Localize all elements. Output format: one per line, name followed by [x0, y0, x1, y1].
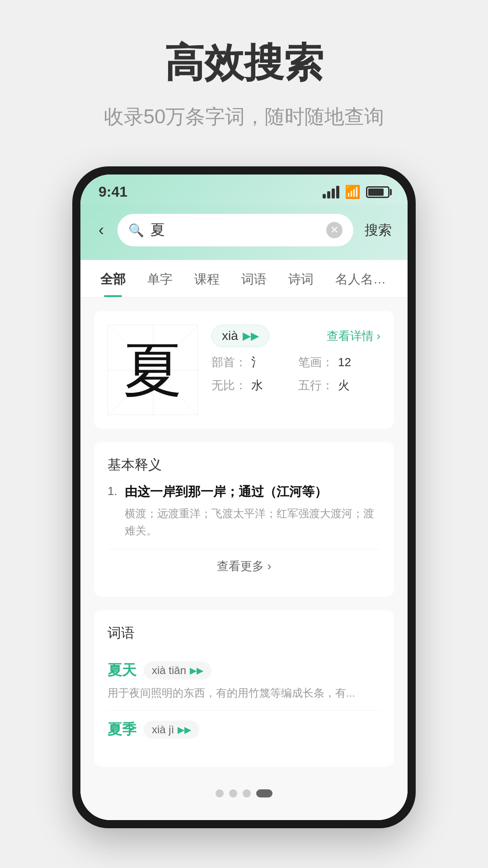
main-content: 夏 xià ▶▶ 查看详情 ›	[80, 297, 408, 820]
back-button[interactable]: ‹	[94, 216, 108, 244]
search-icon: 🔍	[128, 223, 144, 238]
meanings-section: 基本释义 1. 由这一岸到那一岸；通过（江河等） 横渡；远渡重洋；飞渡太平洋；红…	[94, 442, 394, 597]
big-character: 夏	[123, 340, 182, 399]
char-info-top: xià ▶▶ 查看详情 ›	[211, 325, 380, 347]
word-sound-icon-xiaji[interactable]: ▶▶	[178, 724, 191, 735]
tab-celebrity[interactable]: 名人名…	[324, 260, 397, 297]
tab-single[interactable]: 单字	[136, 260, 183, 297]
dot-4-active[interactable]	[256, 789, 272, 797]
page-title: 高效搜索	[164, 36, 324, 90]
tab-bar: 全部 单字 课程 词语 诗词 名人名…	[80, 260, 408, 297]
meaning-num-1: 1.	[108, 483, 117, 540]
phone-screen: 9:41 📶 ‹ 🔍 夏 ✕ 搜索	[80, 175, 408, 820]
chevron-right-icon: ›	[376, 329, 380, 343]
signal-icon	[323, 186, 339, 198]
word-header-xiaji: 夏季 xià jì ▶▶	[108, 720, 380, 740]
prop-wuxing-label: 五行：	[298, 377, 333, 393]
character-info: xià ▶▶ 查看详情 › 部首： 氵	[211, 325, 380, 415]
word-char-xiatian: 夏天	[108, 660, 136, 680]
prop-strokes-label: 笔画：	[298, 354, 333, 370]
tab-poem[interactable]: 诗词	[277, 260, 324, 297]
words-section: 词语 夏天 xià tiān ▶▶ 用于夜间照明的东西，有的用竹篾等编成长条，有…	[94, 610, 394, 767]
search-button[interactable]: 搜索	[362, 217, 394, 244]
prop-wubi: 无比： 水	[211, 377, 294, 393]
view-more-button[interactable]: 查看更多 ›	[108, 549, 380, 583]
word-pinyin-badge-xiaji: xià jì ▶▶	[144, 721, 199, 739]
status-icons: 📶	[323, 184, 389, 199]
words-title: 词语	[108, 624, 380, 642]
dot-2[interactable]	[229, 789, 237, 797]
pinyin-badge: xià ▶▶	[211, 325, 269, 347]
status-time: 9:41	[99, 184, 127, 200]
meaning-item-1: 1. 由这一岸到那一岸；通过（江河等） 横渡；远渡重洋；飞渡太平洋；红军强渡大渡…	[108, 483, 380, 540]
prop-bushou-value: 氵	[251, 354, 263, 370]
word-desc-xiatian: 用于夜间照明的东西，有的用竹篾等编成长条，有...	[108, 685, 380, 701]
prop-bushou-label: 部首：	[211, 354, 247, 370]
tab-all[interactable]: 全部	[89, 260, 136, 297]
meaning-title-1: 由这一岸到那一岸；通过（江河等）	[125, 483, 380, 500]
pagination-dots	[94, 780, 394, 807]
tab-word[interactable]: 词语	[230, 260, 277, 297]
sound-icon[interactable]: ▶▶	[243, 330, 259, 342]
search-value: 夏	[150, 220, 320, 240]
phone-mockup: 9:41 📶 ‹ 🔍 夏 ✕ 搜索	[72, 166, 416, 828]
meanings-title: 基本释义	[108, 456, 380, 474]
status-bar: 9:41 📶	[80, 175, 408, 205]
pinyin-text: xià	[222, 329, 238, 343]
meaning-content-1: 由这一岸到那一岸；通过（江河等） 横渡；远渡重洋；飞渡太平洋；红军强渡大渡河；渡…	[125, 483, 380, 540]
chevron-right-small-icon: ›	[267, 559, 272, 573]
search-clear-button[interactable]: ✕	[326, 222, 343, 238]
wifi-icon: 📶	[345, 184, 361, 199]
prop-strokes: 笔画： 12	[298, 354, 380, 370]
prop-strokes-value: 12	[338, 355, 351, 369]
dot-1[interactable]	[216, 789, 224, 797]
word-item-xiatian[interactable]: 夏天 xià tiān ▶▶ 用于夜间照明的东西，有的用竹篾等编成长条，有...	[108, 651, 380, 711]
meaning-examples-1: 横渡；远渡重洋；飞渡太平洋；红军强渡大渡河；渡难关。	[125, 505, 380, 540]
dot-3[interactable]	[243, 789, 251, 797]
character-card: 夏 xià ▶▶ 查看详情 ›	[94, 311, 394, 429]
prop-wuxing: 五行： 火	[298, 377, 380, 393]
word-sound-icon-xiatian[interactable]: ▶▶	[190, 665, 203, 676]
word-item-xiaji[interactable]: 夏季 xià jì ▶▶	[108, 711, 380, 753]
page-subtitle: 收录50万条字词，随时随地查询	[104, 104, 385, 130]
battery-icon	[366, 186, 389, 198]
word-pinyin-badge-xiatian: xià tiān ▶▶	[144, 661, 211, 679]
character-properties: 部首： 氵 笔画： 12 无比： 水 五行： 火	[211, 354, 380, 393]
tab-course[interactable]: 课程	[183, 260, 230, 297]
view-more-label: 查看更多	[217, 558, 264, 574]
word-pinyin-xiatian: xià tiān	[152, 664, 186, 677]
prop-wubi-label: 无比：	[211, 377, 247, 393]
prop-wuxing-value: 火	[338, 377, 350, 393]
search-area: ‹ 🔍 夏 ✕ 搜索	[80, 205, 408, 260]
prop-wubi-value: 水	[251, 377, 263, 393]
word-pinyin-xiaji: xià jì	[152, 723, 174, 736]
view-detail-link[interactable]: 查看详情 ›	[327, 328, 380, 344]
character-display: 夏	[108, 325, 198, 415]
prop-bushou: 部首： 氵	[211, 354, 294, 370]
word-header-xiatian: 夏天 xià tiān ▶▶	[108, 660, 380, 680]
view-detail-label: 查看详情	[327, 328, 374, 344]
search-input-container[interactable]: 🔍 夏 ✕	[117, 214, 353, 246]
word-char-xiaji: 夏季	[108, 720, 136, 740]
